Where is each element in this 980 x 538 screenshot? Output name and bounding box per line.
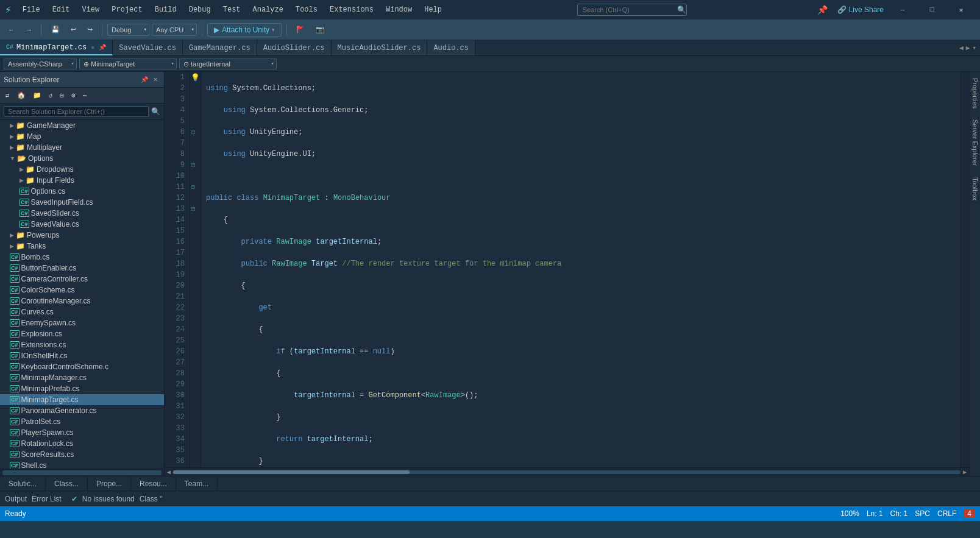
se-item-ionshellhit[interactable]: C# IOnShellHit.cs [0, 350, 164, 361]
assembly-dropdown[interactable]: Assembly-CSharp [4, 58, 77, 69]
menu-view[interactable]: View [78, 3, 103, 16]
properties-panel-label[interactable]: Properties [970, 74, 980, 112]
menu-test[interactable]: Test [219, 3, 244, 16]
toolbox-label[interactable]: Toolbox [970, 174, 980, 204]
btab-class[interactable]: Class... [46, 476, 88, 490]
se-more-btn[interactable]: ⋯ [80, 90, 90, 101]
hscroll-left-btn[interactable]: ◀ [167, 469, 171, 476]
se-item-tanks[interactable]: ▶ 📁 Tanks [0, 241, 164, 252]
tab-dropdown-arrow[interactable]: ▾ [972, 44, 976, 52]
back-button[interactable]: ← [4, 24, 19, 36]
se-item-savedslider[interactable]: C# SavedSlider.cs [0, 208, 164, 219]
btab-solution[interactable]: Solutic... [0, 476, 46, 490]
btab-properties[interactable]: Prope... [88, 476, 131, 490]
menu-extensions[interactable]: Extensions [326, 3, 377, 16]
se-item-colorscheme[interactable]: C# ColorScheme.cs [0, 285, 164, 296]
se-item-enemyspawn[interactable]: C# EnemySpawn.cs [0, 317, 164, 328]
menu-build[interactable]: Build [151, 3, 180, 16]
minimize-button[interactable]: — [889, 0, 917, 19]
forward-button[interactable]: → [21, 24, 37, 36]
se-item-minimapprefab[interactable]: C# MinimapPrefab.cs [0, 383, 164, 394]
se-sync-btn[interactable]: ⇄ [2, 90, 13, 101]
tab-close-minimap[interactable]: ✕ [90, 43, 96, 52]
zoom-status[interactable]: 100% [840, 509, 859, 518]
menu-project[interactable]: Project [108, 3, 146, 16]
se-item-minimaptarget[interactable]: C# MinimapTarget.cs [0, 394, 164, 405]
camera-button[interactable]: 📷 [311, 23, 328, 36]
se-item-coroutinemanager[interactable]: C# CoroutineManager.cs [0, 296, 164, 306]
se-show-all-btn[interactable]: 📁 [30, 90, 44, 101]
se-search-input[interactable] [4, 106, 149, 117]
code-area[interactable]: 1 2 3 4 5 6 7 8 9 10 11 12 13 14 15 16 1 [165, 72, 969, 467]
global-search-input[interactable] [577, 4, 687, 16]
se-item-options-cs[interactable]: C# Options.cs [0, 186, 164, 197]
se-search-icon[interactable]: 🔍 [151, 107, 160, 116]
maximize-button[interactable]: □ [918, 0, 946, 19]
menu-edit[interactable]: Edit [49, 3, 74, 16]
se-item-buttonenabler[interactable]: C# ButtonEnabler.cs [0, 263, 164, 274]
tab-scroll-left[interactable]: ◀ [959, 44, 964, 52]
menu-window[interactable]: Window [382, 3, 416, 16]
spc-status[interactable]: SPC [915, 509, 930, 518]
pin-icon[interactable]: 📌 [817, 5, 828, 15]
tab-audio-slider[interactable]: AudioSlider.cs [257, 40, 332, 55]
menu-debug[interactable]: Debug [185, 3, 215, 16]
menu-help[interactable]: Help [421, 3, 446, 16]
se-refresh-btn[interactable]: ↺ [46, 90, 56, 101]
se-item-shell[interactable]: C# Shell.cs [0, 460, 164, 469]
btab-resources[interactable]: Resou... [131, 476, 176, 490]
se-home-btn[interactable]: 🏠 [14, 90, 29, 101]
save-button[interactable]: 💾 [47, 23, 64, 36]
hscroll-right-btn[interactable]: ▶ [963, 469, 967, 476]
se-close-btn[interactable]: ✕ [151, 75, 160, 84]
se-item-gamemanager[interactable]: ▶ 📁 GameManager [0, 120, 164, 131]
se-item-savedvalue[interactable]: C# SavedValue.cs [0, 219, 164, 230]
editor-vscroll[interactable] [960, 72, 969, 467]
menu-file[interactable]: File [19, 3, 44, 16]
menu-tools[interactable]: Tools [292, 3, 321, 16]
se-item-scoreresults[interactable]: C# ScoreResults.cs [0, 449, 164, 460]
se-item-explosion[interactable]: C# Explosion.cs [0, 328, 164, 339]
tab-scroll-right[interactable]: ▶ [966, 44, 970, 52]
btab-team[interactable]: Team... [176, 476, 218, 490]
menu-analyze[interactable]: Analyze [249, 3, 287, 16]
se-item-powerups[interactable]: ▶ 📁 Powerups [0, 230, 164, 241]
se-item-bomb[interactable]: C# Bomb.cs [0, 252, 164, 263]
se-item-options[interactable]: ▼ 📂 Options [0, 153, 164, 164]
code-content[interactable]: using System.Collections; using System.C… [201, 72, 960, 467]
server-explorer-label[interactable]: Server Explorer [970, 116, 980, 169]
flag-button[interactable]: 🚩 [292, 23, 309, 36]
se-item-cameracontroller[interactable]: C# CameraController.cs [0, 274, 164, 285]
se-item-map[interactable]: ▶ 📁 Map [0, 131, 164, 142]
liveshare-button[interactable]: 🔗 Live Share [837, 5, 884, 14]
tab-game-manager[interactable]: GameManager.cs [183, 40, 257, 55]
tab-minimap-target[interactable]: C# MinimapTarget.cs ✕ 📌 [0, 40, 113, 55]
close-button[interactable]: ✕ [947, 0, 975, 19]
member-dropdown[interactable]: ⊙ targetInternal [179, 58, 277, 69]
se-item-extensions[interactable]: C# Extensions.cs [0, 339, 164, 350]
debug-config-dropdown[interactable]: Debug Release [107, 24, 149, 36]
error-list-tab[interactable]: Error List [32, 495, 62, 503]
crlf-status[interactable]: CRLF [937, 509, 956, 518]
output-tab[interactable]: Output [5, 495, 27, 503]
tab-saved-value[interactable]: SavedValue.cs [113, 40, 183, 55]
pin-tab-icon[interactable]: 📌 [99, 44, 106, 51]
se-item-dropdowns[interactable]: ▶ 📁 Dropdowns [0, 164, 164, 175]
se-item-minimapmanager[interactable]: C# MinimapManager.cs [0, 372, 164, 383]
se-item-rotationlock[interactable]: C# RotationLock.cs [0, 438, 164, 449]
class-dropdown[interactable]: ⊕ MinimapTarget [79, 58, 177, 69]
se-item-keyboardcontrol[interactable]: C# KeyboardControlScheme.c [0, 361, 164, 372]
undo-button[interactable]: ↩ [66, 23, 80, 36]
se-item-curves[interactable]: C# Curves.cs [0, 306, 164, 317]
se-item-multiplayer[interactable]: ▶ 📁 Multiplayer [0, 142, 164, 153]
se-props-btn[interactable]: ⚙ [68, 90, 79, 101]
tab-audio[interactable]: Audio.cs [427, 40, 475, 55]
se-item-patrolset[interactable]: C# PatrolSet.cs [0, 416, 164, 427]
se-item-playerspawn[interactable]: C# PlayerSpawn.cs [0, 427, 164, 438]
tab-music-audio-slider[interactable]: MusicAudioSlider.cs [332, 40, 428, 55]
se-pin-btn[interactable]: 📌 [138, 75, 151, 84]
attach-to-unity-button[interactable]: ▶ Attach to Unity ▾ [207, 23, 282, 37]
se-item-savedinputfield[interactable]: C# SavedInputField.cs [0, 197, 164, 208]
se-item-inputfields[interactable]: ▶ 📁 Input Fields [0, 175, 164, 186]
platform-dropdown[interactable]: Any CPU [152, 24, 197, 36]
